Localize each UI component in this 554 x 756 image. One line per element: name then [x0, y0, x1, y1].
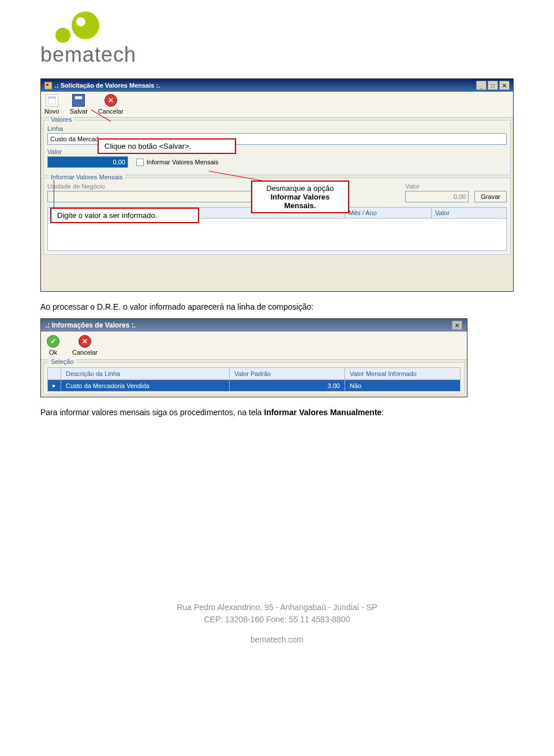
table-row[interactable]: ▸ Custo da Mercadoria Vendida 3,00 Não [48, 380, 461, 392]
footer-site: bematech.com [40, 634, 514, 646]
ok-icon [47, 335, 59, 348]
callout-desmarque: Desmarque a opção Informar Valores Mensa… [251, 180, 349, 213]
ok-button[interactable]: Ok [47, 335, 59, 356]
titlebar2[interactable]: .: Informações de Valores :. ✕ [41, 319, 467, 332]
close-button-2[interactable]: ✕ [452, 321, 462, 330]
linha-label: Linha [47, 125, 507, 132]
footer-cep: CEP: 13208-160 Fone: 55 11 4583-8800 [40, 614, 514, 626]
save-icon [72, 94, 85, 107]
maximize-button[interactable]: □ [488, 81, 498, 90]
group-selecao: Seleção Descrição da Linha Valor Padrão … [43, 362, 465, 394]
informar-checkbox-label: Informar Valores Mensais [147, 159, 219, 166]
cell-desc: Custo da Mercadoria Vendida [61, 380, 230, 392]
callout-salvar: Clique no botão <Salvar>. [98, 138, 236, 154]
logo: bematech [40, 12, 514, 67]
close-button[interactable]: ✕ [499, 81, 510, 90]
cancelar-button[interactable]: Cancelar [98, 94, 123, 115]
paragraph-2: Para informar valores mensais siga os pr… [40, 408, 514, 417]
toolbar: Novo Salvar Cancelar [41, 92, 513, 118]
cell-vpadrao: 3,00 [230, 380, 345, 392]
valor2-label: Valor [405, 183, 469, 190]
valor2-input[interactable] [405, 191, 469, 202]
col-valor[interactable]: Valor [432, 208, 507, 219]
salvar-button[interactable]: Salvar [70, 94, 88, 115]
cancel-icon-2 [78, 335, 91, 348]
window-title: .: Solicitação de Valores Mensais :. [55, 82, 160, 89]
group-label-informar: Informar Valores Mensais [48, 174, 125, 180]
col-desc[interactable]: Descrição da Linha [61, 368, 230, 380]
selecao-table: Descrição da Linha Valor Padrão Valor Me… [47, 367, 461, 392]
logo-text: bematech [40, 43, 514, 67]
col-vmensal[interactable]: Valor Mensal Informado [345, 368, 461, 380]
callout-digite: Digite o valor a ser informado. [50, 208, 199, 223]
group-label-selecao: Seleção [48, 358, 76, 365]
cancelar-button-2[interactable]: Cancelar [72, 335, 98, 356]
informar-checkbox[interactable] [136, 159, 144, 166]
window-informacoes: .: Informações de Valores :. ✕ Ok Cancel… [40, 318, 467, 397]
valor-input[interactable] [47, 156, 128, 168]
cell-vmensal: Não [345, 380, 461, 392]
window2-title: .: Informações de Valores :. [46, 321, 136, 329]
window-icon [44, 82, 52, 89]
paragraph-1: Ao processar o D.R.E. o valor informado … [40, 302, 514, 311]
col-vpadrao[interactable]: Valor Padrão [230, 368, 345, 380]
col-mesano[interactable]: Mês / Ano [345, 208, 432, 219]
titlebar[interactable]: .: Solicitação de Valores Mensais :. _ □… [41, 79, 513, 92]
window-solicitacao: .: Solicitação de Valores Mensais :. _ □… [40, 78, 514, 292]
cancel-icon [104, 94, 117, 107]
new-icon [46, 94, 58, 107]
toolbar2: Ok Cancelar [41, 332, 467, 360]
footer-addr: Rua Pedro Alexandrino, 95 - Anhangabaú -… [40, 601, 514, 614]
group-label-valores: Valores [48, 116, 74, 123]
row-marker: ▸ [48, 380, 61, 392]
novo-button[interactable]: Novo [44, 94, 59, 115]
gravar-button[interactable]: Gravar [474, 191, 507, 202]
footer: Rua Pedro Alexandrino, 95 - Anhangabaú -… [40, 601, 514, 646]
minimize-button[interactable]: _ [476, 81, 486, 90]
